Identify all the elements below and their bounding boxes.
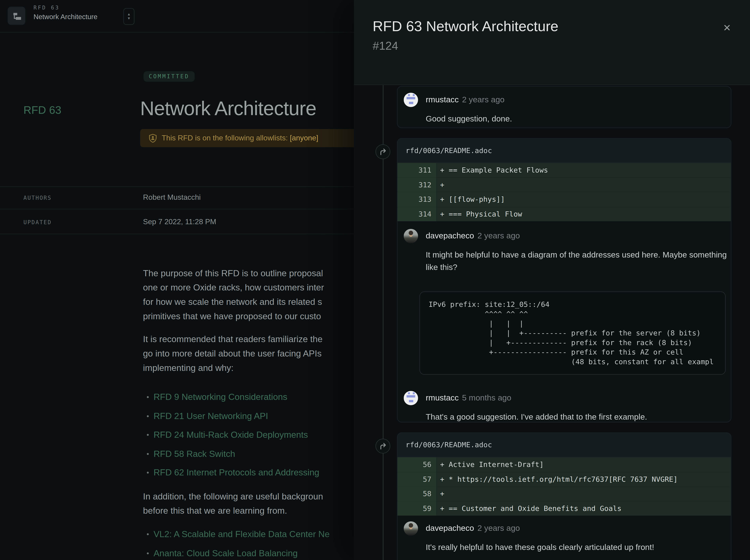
comment: davepacheco 2 years ago It might be help… (397, 221, 731, 281)
chevron-up-icon: ▲ (127, 13, 131, 16)
comment: davepacheco 2 years ago It's really help… (397, 516, 731, 560)
rfd-number-label: RFD 63 (23, 104, 61, 117)
line-number: 313 (397, 192, 436, 207)
allowlist-value: [anyone] (290, 134, 318, 142)
rfd-link[interactable]: RFD 9 Networking Considerations (154, 392, 288, 402)
line-number: 57 (397, 472, 436, 486)
rfd-link[interactable]: RFD 62 Internet Protocols and Addressing (154, 467, 319, 478)
line-number: 59 (397, 501, 436, 516)
bullet-dot (147, 415, 149, 417)
diff-line: 56+ Active Internet-Draft] (397, 457, 731, 472)
bullet-dot (147, 396, 149, 398)
paper-link[interactable]: Ananta: Cloud Scale Load Balancing (154, 548, 298, 558)
line-number: 312 (397, 178, 436, 192)
avatar (403, 521, 418, 536)
code-reference-marker (375, 439, 390, 454)
diff-code: + == Customer and Oxide Benefits and Goa… (436, 501, 731, 516)
line-number: 56 (397, 457, 436, 472)
authors-value: Robert Mustacchi (143, 193, 201, 202)
file-path-header[interactable]: rfd/0063/README.adoc (397, 433, 731, 457)
diff-line: 313+ [[flow-phys]] (397, 192, 731, 207)
topbar-rfd-title: Network Architecture (34, 13, 98, 21)
comment-timestamp: 2 years ago (462, 95, 505, 104)
rfd-link[interactable]: RFD 58 Rack Switch (154, 449, 235, 459)
review-thread-card: rfd/0063/README.adoc 311+ == Example Pac… (397, 138, 731, 422)
list-item[interactable]: RFD 21 User Networking API (143, 409, 354, 423)
list-tree-icon (12, 11, 21, 21)
comment-author[interactable]: davepacheco (426, 524, 474, 533)
corner-up-right-arrow-icon (379, 148, 387, 156)
ascii-diagram: IPv6 prefix: site:12_05::/64 ^^^^ ^^ ^^ … (429, 300, 725, 367)
comment-text: That's a good suggestion. I've added tha… (426, 411, 725, 422)
list-item[interactable]: RFD 58 Rack Switch (143, 447, 354, 461)
related-rfd-list: RFD 9 Networking Considerations RFD 21 U… (143, 390, 354, 484)
rfd-link[interactable]: RFD 24 Multi-Rack Oxide Deployments (154, 430, 308, 440)
avatar (403, 93, 418, 107)
divider (0, 234, 354, 234)
diff-code: + [[flow-phys]] (436, 192, 731, 207)
diff-block: 311+ == Example Packet Flows 312+ 313+ [… (397, 163, 731, 221)
diff-code: + == Example Packet Flows (436, 163, 731, 178)
comment-timestamp: 2 years ago (477, 524, 520, 533)
bullet-dot (147, 552, 149, 554)
bullet-dot (147, 533, 149, 535)
comment-text: Good suggestion, done. (426, 113, 725, 125)
page-title: Network Architecture (140, 98, 316, 120)
ascii-diagram-block: IPv6 prefix: site:12_05::/64 ^^^^ ^^ ^^ … (419, 291, 726, 375)
file-path-header[interactable]: rfd/0063/README.adoc (397, 139, 731, 163)
chevron-down-icon: ▼ (127, 17, 131, 21)
sidebar-toggle-button[interactable] (8, 7, 25, 25)
rfd-selector-button[interactable]: ▲ ▼ (123, 8, 134, 25)
line-number: 58 (397, 486, 436, 501)
discussion-title: RFD 63 Network Architecture (373, 18, 558, 34)
diff-line: 58+ (397, 486, 731, 501)
diff-line: 311+ == Example Packet Flows (397, 163, 731, 178)
comment-timestamp: 2 years ago (477, 231, 520, 241)
topbar-breadcrumb: RFD 63 Network Architecture (34, 5, 98, 21)
paper-link[interactable]: VL2: A Scalable and Flexible Data Center… (154, 529, 330, 539)
comment-author[interactable]: davepacheco (426, 231, 474, 241)
authors-label: AUTHORS (23, 194, 52, 201)
rfd-link[interactable]: RFD 21 User Networking API (154, 411, 268, 421)
list-item[interactable]: RFD 24 Multi-Rack Oxide Deployments (143, 428, 354, 442)
comment: rmustacc 5 months ago That's a good sugg… (397, 375, 731, 422)
comment-card: rmustacc 2 years ago Good suggestion, do… (397, 86, 731, 128)
diff-line: 57+ * https://tools.ietf.org/html/rfc763… (397, 472, 731, 486)
comment-text: It might be helpful to have a diagram of… (426, 249, 727, 274)
review-thread-card: rfd/0063/README.adoc 56+ Active Internet… (397, 432, 731, 560)
discussion-panel-header: RFD 63 Network Architecture #124 ✕ (354, 0, 750, 85)
list-item[interactable]: RFD 9 Networking Considerations (143, 390, 354, 405)
updated-value: Sep 7 2022, 11:28 PM (143, 217, 216, 226)
list-item[interactable]: RFD 62 Internet Protocols and Addressing (143, 465, 354, 480)
discussion-panel: RFD 63 Network Architecture #124 ✕ rmust… (354, 0, 750, 560)
divider (0, 186, 354, 187)
paragraph-purpose: The purpose of this RFD is to outline pr… (143, 266, 354, 324)
topbar-rfd-label: RFD 63 (34, 5, 98, 11)
diff-line: 312+ (397, 178, 731, 192)
comment-author[interactable]: rmustacc (426, 95, 459, 104)
paragraph-background: In addition, the following are useful ba… (143, 490, 354, 518)
close-icon[interactable]: ✕ (721, 21, 734, 35)
updated-label: UPDATED (23, 219, 52, 226)
divider (0, 209, 354, 209)
comment-timestamp: 5 months ago (462, 393, 511, 403)
allowlist-banner-text: This RFD is on the following allowlists:… (162, 134, 318, 143)
background-paper-list: VL2: A Scalable and Flexible Data Center… (143, 527, 354, 560)
diff-code: + * https://tools.ietf.org/html/rfc7637[… (436, 472, 731, 486)
list-item[interactable]: VL2: A Scalable and Flexible Data Center… (143, 527, 354, 541)
avatar (403, 229, 418, 243)
shield-person-icon (149, 133, 157, 143)
diff-code: + (436, 486, 731, 501)
bullet-dot (147, 472, 149, 474)
allowlist-banner: This RFD is on the following allowlists:… (140, 129, 354, 147)
comment-author[interactable]: rmustacc (426, 393, 459, 403)
comment-text: It's really helpful to have these goals … (426, 541, 725, 554)
line-number: 311 (397, 163, 436, 178)
list-item[interactable]: Ananta: Cloud Scale Load Balancing (143, 546, 354, 560)
app-window: RFD 63 Network Architecture ▲ ▼ COMMITTE… (0, 0, 750, 560)
diff-code: + Active Internet-Draft] (436, 457, 731, 472)
paragraph-recommended: It is recommended that readers familiari… (143, 332, 354, 375)
diff-line: 314+ === Physical Flow (397, 207, 731, 221)
comment-thread: rmustacc 2 years ago Good suggestion, do… (354, 85, 750, 560)
diff-code: + === Physical Flow (436, 207, 731, 221)
